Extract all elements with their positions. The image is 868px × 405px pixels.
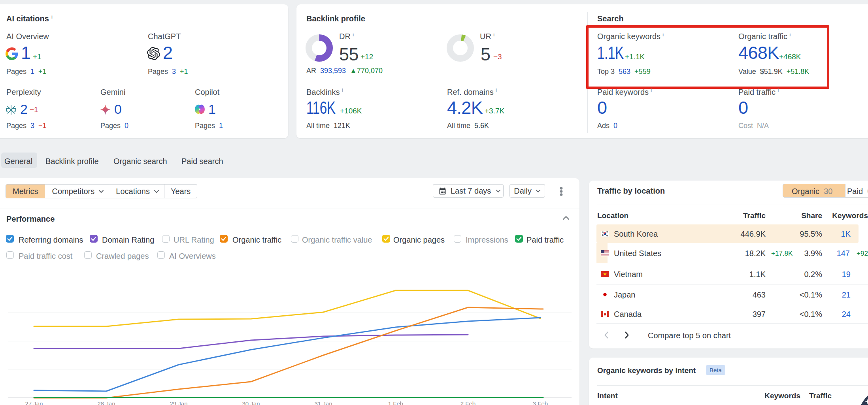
svg-text:31 Jan: 31 Jan [314,400,332,405]
svg-text:29 Jan: 29 Jan [170,400,187,405]
svg-text:27 Jan: 27 Jan [25,400,43,405]
svg-text:28 Jan: 28 Jan [97,400,115,405]
svg-text:3 Feb: 3 Feb [533,400,548,405]
svg-text:1 Feb: 1 Feb [388,400,403,405]
svg-text:2 Feb: 2 Feb [460,400,476,405]
svg-text:30 Jan: 30 Jan [242,400,260,405]
